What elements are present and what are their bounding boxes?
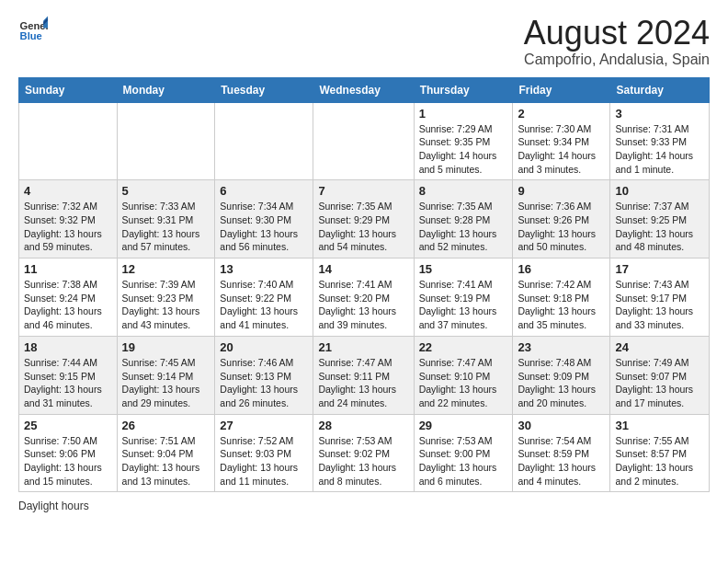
calendar-cell: 14Sunrise: 7:41 AM Sunset: 9:20 PM Dayli… (313, 259, 414, 337)
subtitle: Campofrio, Andalusia, Spain (524, 52, 710, 68)
calendar-cell: 7Sunrise: 7:35 AM Sunset: 9:29 PM Daylig… (313, 180, 414, 259)
page: General Blue August 2024 Campofrio, Anda… (0, 0, 728, 563)
day-info: Sunrise: 7:53 AM Sunset: 9:00 PM Dayligh… (419, 434, 508, 488)
day-number: 4 (24, 184, 112, 198)
title-block: August 2024 Campofrio, Andalusia, Spain (524, 15, 710, 68)
day-number: 28 (318, 419, 408, 432)
calendar-cell: 23Sunrise: 7:48 AM Sunset: 9:09 PM Dayli… (513, 336, 610, 414)
day-number: 23 (518, 340, 605, 354)
day-number: 3 (615, 107, 704, 121)
col-sunday: Sunday (19, 77, 118, 102)
day-info: Sunrise: 7:51 AM Sunset: 9:04 PM Dayligh… (122, 434, 210, 488)
calendar-cell: 15Sunrise: 7:41 AM Sunset: 9:19 PM Dayli… (414, 259, 513, 337)
day-info: Sunrise: 7:38 AM Sunset: 9:24 PM Dayligh… (24, 278, 112, 332)
calendar-week-row: 25Sunrise: 7:50 AM Sunset: 9:06 PM Dayli… (19, 414, 710, 492)
day-number: 25 (24, 419, 112, 432)
calendar-cell: 25Sunrise: 7:50 AM Sunset: 9:06 PM Dayli… (19, 414, 118, 492)
day-info: Sunrise: 7:35 AM Sunset: 9:28 PM Dayligh… (419, 200, 508, 254)
calendar-cell: 16Sunrise: 7:42 AM Sunset: 9:18 PM Dayli… (513, 259, 610, 337)
calendar-cell: 19Sunrise: 7:45 AM Sunset: 9:14 PM Dayli… (117, 336, 215, 414)
day-info: Sunrise: 7:53 AM Sunset: 9:02 PM Dayligh… (318, 434, 408, 488)
day-info: Sunrise: 7:50 AM Sunset: 9:06 PM Dayligh… (24, 434, 112, 488)
calendar-week-row: 18Sunrise: 7:44 AM Sunset: 9:15 PM Dayli… (19, 336, 710, 414)
calendar-cell: 28Sunrise: 7:53 AM Sunset: 9:02 PM Dayli… (313, 414, 414, 492)
calendar-cell: 9Sunrise: 7:36 AM Sunset: 9:26 PM Daylig… (513, 180, 610, 259)
calendar-cell: 8Sunrise: 7:35 AM Sunset: 9:28 PM Daylig… (414, 180, 513, 259)
legend: Daylight hours (18, 500, 710, 512)
day-number: 2 (518, 107, 605, 121)
day-info: Sunrise: 7:37 AM Sunset: 9:25 PM Dayligh… (615, 200, 704, 254)
day-number: 7 (318, 184, 408, 198)
day-number: 30 (518, 419, 605, 432)
calendar-cell: 30Sunrise: 7:54 AM Sunset: 8:59 PM Dayli… (513, 414, 610, 492)
day-info: Sunrise: 7:42 AM Sunset: 9:18 PM Dayligh… (518, 278, 605, 332)
day-number: 20 (220, 340, 308, 354)
calendar-cell: 5Sunrise: 7:33 AM Sunset: 9:31 PM Daylig… (117, 180, 215, 259)
day-info: Sunrise: 7:40 AM Sunset: 9:22 PM Dayligh… (220, 278, 308, 332)
day-number: 1 (419, 107, 508, 121)
day-info: Sunrise: 7:34 AM Sunset: 9:30 PM Dayligh… (220, 200, 308, 254)
day-info: Sunrise: 7:54 AM Sunset: 8:59 PM Dayligh… (518, 434, 605, 488)
day-info: Sunrise: 7:36 AM Sunset: 9:26 PM Dayligh… (518, 200, 605, 254)
calendar-cell: 10Sunrise: 7:37 AM Sunset: 9:25 PM Dayli… (610, 180, 710, 259)
day-number: 6 (220, 184, 308, 198)
col-friday: Friday (513, 77, 610, 102)
day-number: 27 (220, 419, 308, 432)
day-number: 24 (615, 340, 704, 354)
day-info: Sunrise: 7:41 AM Sunset: 9:20 PM Dayligh… (318, 278, 408, 332)
day-info: Sunrise: 7:32 AM Sunset: 9:32 PM Dayligh… (24, 200, 112, 254)
day-info: Sunrise: 7:33 AM Sunset: 9:31 PM Dayligh… (122, 200, 210, 254)
day-number: 19 (122, 340, 210, 354)
day-number: 17 (615, 262, 704, 276)
day-info: Sunrise: 7:48 AM Sunset: 9:09 PM Dayligh… (518, 356, 605, 410)
logo-icon: General Blue (18, 15, 48, 44)
calendar-cell: 3Sunrise: 7:31 AM Sunset: 9:33 PM Daylig… (610, 102, 710, 180)
calendar-cell: 17Sunrise: 7:43 AM Sunset: 9:17 PM Dayli… (610, 259, 710, 337)
day-info: Sunrise: 7:52 AM Sunset: 9:03 PM Dayligh… (220, 434, 308, 488)
main-title: August 2024 (524, 15, 710, 52)
day-number: 22 (419, 340, 508, 354)
day-info: Sunrise: 7:47 AM Sunset: 9:11 PM Dayligh… (318, 356, 408, 410)
calendar-week-row: 11Sunrise: 7:38 AM Sunset: 9:24 PM Dayli… (19, 259, 710, 337)
logo: General Blue (18, 15, 48, 44)
day-number: 18 (24, 340, 112, 354)
day-info: Sunrise: 7:44 AM Sunset: 9:15 PM Dayligh… (24, 356, 112, 410)
day-number: 15 (419, 262, 508, 276)
calendar-week-row: 1Sunrise: 7:29 AM Sunset: 9:35 PM Daylig… (19, 102, 710, 180)
calendar-cell: 12Sunrise: 7:39 AM Sunset: 9:23 PM Dayli… (117, 259, 215, 337)
day-number: 9 (518, 184, 605, 198)
day-number: 8 (419, 184, 508, 198)
calendar-cell: 27Sunrise: 7:52 AM Sunset: 9:03 PM Dayli… (215, 414, 313, 492)
day-info: Sunrise: 7:39 AM Sunset: 9:23 PM Dayligh… (122, 278, 210, 332)
calendar-cell (117, 102, 215, 180)
calendar-cell: 4Sunrise: 7:32 AM Sunset: 9:32 PM Daylig… (19, 180, 118, 259)
calendar-week-row: 4Sunrise: 7:32 AM Sunset: 9:32 PM Daylig… (19, 180, 710, 259)
day-number: 16 (518, 262, 605, 276)
day-info: Sunrise: 7:31 AM Sunset: 9:33 PM Dayligh… (615, 122, 704, 177)
day-info: Sunrise: 7:47 AM Sunset: 9:10 PM Dayligh… (419, 356, 508, 410)
day-info: Sunrise: 7:35 AM Sunset: 9:29 PM Dayligh… (318, 200, 408, 254)
calendar-cell: 26Sunrise: 7:51 AM Sunset: 9:04 PM Dayli… (117, 414, 215, 492)
day-number: 12 (122, 262, 210, 276)
day-info: Sunrise: 7:43 AM Sunset: 9:17 PM Dayligh… (615, 278, 704, 332)
col-tuesday: Tuesday (215, 77, 313, 102)
calendar-cell (19, 102, 118, 180)
calendar-cell: 18Sunrise: 7:44 AM Sunset: 9:15 PM Dayli… (19, 336, 118, 414)
day-info: Sunrise: 7:45 AM Sunset: 9:14 PM Dayligh… (122, 356, 210, 410)
day-info: Sunrise: 7:41 AM Sunset: 9:19 PM Dayligh… (419, 278, 508, 332)
calendar-cell: 11Sunrise: 7:38 AM Sunset: 9:24 PM Dayli… (19, 259, 118, 337)
calendar-cell: 2Sunrise: 7:30 AM Sunset: 9:34 PM Daylig… (513, 102, 610, 180)
day-number: 14 (318, 262, 408, 276)
day-number: 29 (419, 419, 508, 432)
calendar-cell: 1Sunrise: 7:29 AM Sunset: 9:35 PM Daylig… (414, 102, 513, 180)
calendar-header-row: Sunday Monday Tuesday Wednesday Thursday… (19, 77, 710, 102)
calendar-cell: 31Sunrise: 7:55 AM Sunset: 8:57 PM Dayli… (610, 414, 710, 492)
day-number: 13 (220, 262, 308, 276)
day-number: 31 (615, 419, 704, 432)
day-info: Sunrise: 7:29 AM Sunset: 9:35 PM Dayligh… (419, 122, 508, 177)
day-number: 11 (24, 262, 112, 276)
day-info: Sunrise: 7:30 AM Sunset: 9:34 PM Dayligh… (518, 122, 605, 177)
day-info: Sunrise: 7:46 AM Sunset: 9:13 PM Dayligh… (220, 356, 308, 410)
header: General Blue August 2024 Campofrio, Anda… (18, 15, 710, 68)
day-info: Sunrise: 7:55 AM Sunset: 8:57 PM Dayligh… (615, 434, 704, 488)
